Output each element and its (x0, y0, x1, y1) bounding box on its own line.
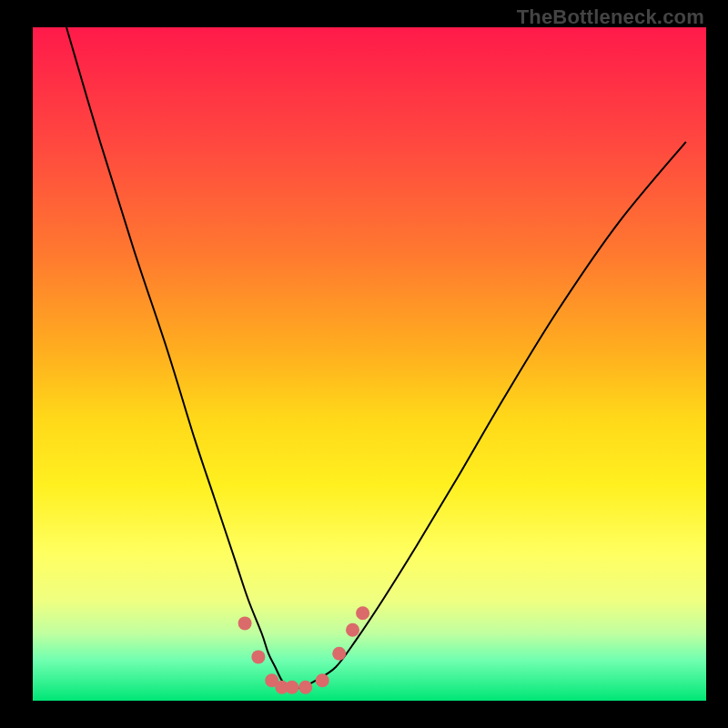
curve-marker (332, 647, 346, 661)
curve-marker (316, 673, 329, 687)
curve-marker (238, 616, 252, 630)
curve-marker (251, 650, 265, 663)
chart-stage: TheBottleneck.com (0, 0, 728, 728)
curve-marker (285, 681, 298, 694)
curve-path (66, 27, 686, 688)
bottleneck-curve (33, 27, 706, 701)
curve-marker (356, 606, 369, 620)
brand-watermark: TheBottleneck.com (517, 5, 704, 29)
curve-marker (346, 623, 359, 637)
curve-marker (298, 681, 312, 694)
